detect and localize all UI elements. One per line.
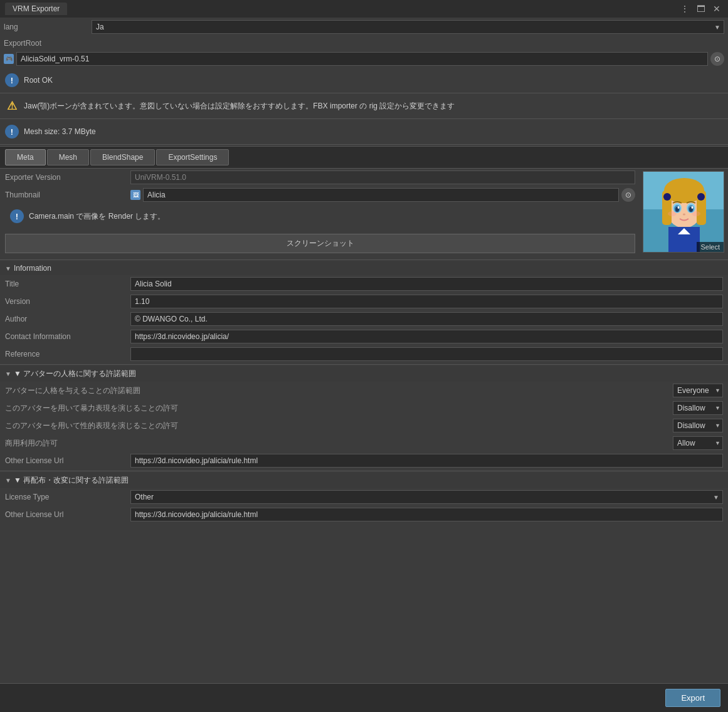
export-button[interactable]: Export <box>665 689 720 707</box>
camera-alert: ! Camera.main で画像を Render します。 <box>5 205 635 228</box>
title-label: Title <box>5 280 130 288</box>
avatar-personality-dropdown[interactable]: Everyone OnlyAuthor ExplicitlyLicensed <box>673 384 723 397</box>
reference-input[interactable] <box>130 347 723 361</box>
alert-jaw-text: Jaw(顎)ボーンが含まれています。意図していない場合は設定解除をおすすめします… <box>24 101 455 112</box>
other-license-url-redistribution-row: Other License Url <box>0 506 728 523</box>
sexual-label: このアバターを用いて性的表現を演じることの許可 <box>5 421 178 431</box>
alert-mesh-size: ! Mesh size: 3.7 MByte <box>0 120 728 143</box>
information-header-text: Information <box>14 264 51 273</box>
lang-dropdown[interactable]: Ja En <box>92 20 724 34</box>
redistribution-arrow: ▼ <box>5 477 11 484</box>
other-license-url-redistribution-input[interactable] <box>130 508 723 521</box>
exporter-version-input <box>130 170 635 184</box>
reference-label: Reference <box>5 350 130 359</box>
content-area: Exporter Version Thumbnail 🖼 ⊙ ! Camera.… <box>0 169 728 523</box>
close-button[interactable]: ✕ <box>710 3 723 15</box>
thumbnail-image <box>643 172 724 253</box>
sexual-dropdown-wrapper[interactable]: Disallow Allow ▼ <box>673 419 723 432</box>
version-row: Version <box>0 293 728 310</box>
alert-mesh-text: Mesh size: 3.7 MByte <box>24 127 96 136</box>
violence-row: このアバターを用いて暴力表現を演じることの許可 Disallow Allow ▼ <box>0 399 728 417</box>
commercial-dropdown[interactable]: Allow Disallow <box>673 436 723 450</box>
thumbnail-preview[interactable]: Select <box>643 171 724 253</box>
thumbnail-preview-container: Select <box>640 169 728 258</box>
lang-dropdown-wrapper[interactable]: Ja En ▼ <box>92 20 724 34</box>
sexual-dropdown[interactable]: Disallow Allow <box>673 419 723 432</box>
object-icon: 🎮 <box>4 54 14 64</box>
alert-root-ok: ! Root OK <box>0 69 728 92</box>
author-input[interactable] <box>130 312 723 326</box>
svg-point-6 <box>663 193 671 201</box>
version-label: Version <box>5 297 130 306</box>
svg-point-16 <box>683 214 685 216</box>
left-fields: Exporter Version Thumbnail 🖼 ⊙ ! Camera.… <box>0 169 640 258</box>
tab-meta[interactable]: Meta <box>5 149 46 165</box>
contact-row: Contact Information <box>0 328 728 345</box>
license-type-dropdown[interactable]: Other CC0 CC_BY CC_BY_NC CC_BY_SA CC_BY_… <box>130 490 723 504</box>
exporter-version-row: Exporter Version <box>0 169 640 186</box>
other-license-url-redistribution-label: Other License Url <box>5 510 130 519</box>
alert-jaw-warning: ⚠ Jaw(顎)ボーンが含まれています。意図していない場合は設定解除をおすすめし… <box>0 95 728 117</box>
redistribution-text: ▼ 再配布・改変に関する許諾範囲 <box>14 475 129 486</box>
screenshot-btn-container: スクリーンショット <box>0 229 640 258</box>
information-arrow: ▼ <box>5 265 11 272</box>
avatar-personality-text: ▼ アバターの人格に関する許諾範囲 <box>14 369 136 379</box>
violence-label: このアバターを用いて暴力表現を演じることの許可 <box>5 403 178 414</box>
export-root-input[interactable] <box>16 52 708 66</box>
title-bar: VRM Exporter ⋮ 🗖 ✕ <box>0 0 728 18</box>
redistribution-section-header[interactable]: ▼ ▼ 再配布・改変に関する許諾範囲 <box>0 473 728 488</box>
avatar-personality-section-header[interactable]: ▼ ▼ アバターの人格に関する許諾範囲 <box>0 366 728 382</box>
license-type-dropdown-wrapper[interactable]: Other CC0 CC_BY CC_BY_NC CC_BY_SA CC_BY_… <box>130 490 723 504</box>
thumbnail-input-area: 🖼 ⊙ <box>130 188 635 202</box>
menu-button[interactable]: ⋮ <box>678 3 692 15</box>
thumbnail-row: Thumbnail 🖼 ⊙ <box>0 186 640 204</box>
select-overlay-label[interactable]: Select <box>697 242 724 252</box>
svg-point-15 <box>692 206 694 209</box>
info-icon: ! <box>5 73 19 87</box>
thumbnail-input[interactable] <box>143 188 619 202</box>
maximize-button[interactable]: 🗖 <box>694 3 708 15</box>
tab-mesh[interactable]: Mesh <box>47 149 89 165</box>
tab-blendshape[interactable]: BlendShape <box>90 149 155 165</box>
exporter-version-label: Exporter Version <box>5 173 130 182</box>
bottom-bar: Export <box>0 683 728 712</box>
window-title: VRM Exporter <box>5 3 67 15</box>
contact-input[interactable] <box>130 330 723 343</box>
commercial-row: 商用利用の許可 Allow Disallow ▼ <box>0 434 728 452</box>
version-input[interactable] <box>130 295 723 308</box>
author-label: Author <box>5 315 130 323</box>
tab-bar: Meta Mesh BlendShape ExportSettings <box>0 146 728 169</box>
avatar-personality-row: アバターに人格を与えることの許諾範囲 Everyone OnlyAuthor E… <box>0 382 728 399</box>
information-section-header[interactable]: ▼ Information <box>0 261 728 275</box>
commercial-dropdown-wrapper[interactable]: Allow Disallow ▼ <box>673 436 723 450</box>
license-type-label: License Type <box>5 493 130 501</box>
export-root-label: ExportRoot <box>0 36 728 50</box>
violence-dropdown[interactable]: Disallow Allow <box>673 401 723 415</box>
other-license-url-personality-input[interactable] <box>130 454 723 468</box>
screenshot-button[interactable]: スクリーンショット <box>5 234 635 253</box>
other-license-url-personality-row: Other License Url <box>0 452 728 469</box>
svg-point-7 <box>697 193 705 201</box>
tab-exportsettings[interactable]: ExportSettings <box>156 149 229 165</box>
lang-label: lang <box>4 23 92 31</box>
title-input[interactable] <box>130 277 723 291</box>
warning-icon: ⚠ <box>5 99 19 113</box>
thumbnail-target-button[interactable]: ⊙ <box>621 188 635 202</box>
info-icon-2: ! <box>5 125 19 139</box>
avatar-personality-arrow: ▼ <box>5 370 11 377</box>
camera-alert-text: Camera.main で画像を Render します。 <box>29 211 165 222</box>
alert-root-ok-text: Root OK <box>24 76 53 85</box>
svg-point-17 <box>668 211 677 216</box>
author-row: Author <box>0 310 728 328</box>
camera-alert-icon: ! <box>10 209 24 223</box>
lang-row: lang Ja En ▼ <box>0 18 728 36</box>
title-row: Title <box>0 275 728 293</box>
contact-label: Contact Information <box>5 332 130 341</box>
version-thumbnail-area: Exporter Version Thumbnail 🖼 ⊙ ! Camera.… <box>0 169 728 258</box>
avatar-personality-label: アバターに人格を与えることの許諾範囲 <box>5 385 140 396</box>
avatar-personality-dropdown-wrapper[interactable]: Everyone OnlyAuthor ExplicitlyLicensed ▼ <box>673 384 723 397</box>
violence-dropdown-wrapper[interactable]: Disallow Allow ▼ <box>673 401 723 415</box>
svg-point-18 <box>692 211 700 216</box>
target-button[interactable]: ⊙ <box>710 52 724 66</box>
window-controls[interactable]: ⋮ 🗖 ✕ <box>678 3 723 15</box>
